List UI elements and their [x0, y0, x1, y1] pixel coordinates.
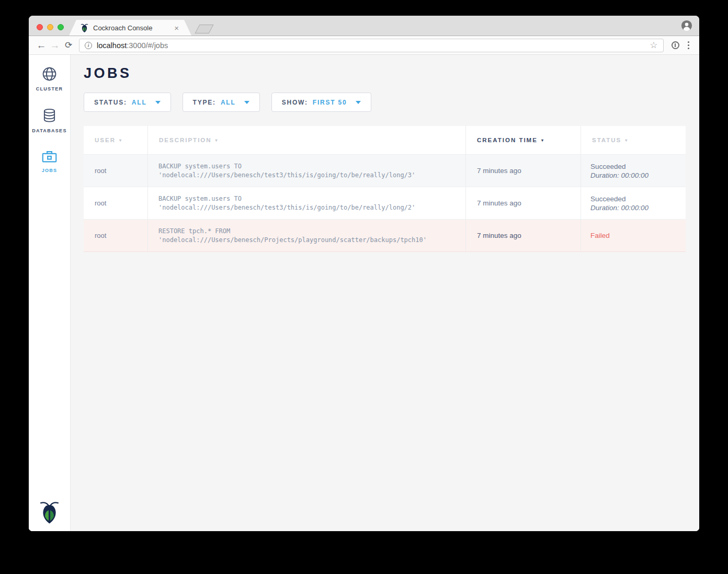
- jobs-table-body: root BACKUP system.users TO 'nodelocal:/…: [84, 155, 686, 252]
- forward-button[interactable]: →: [48, 40, 62, 50]
- browser-window: Cockroach Console × ← → ⟳ i localhost:30…: [29, 16, 699, 531]
- tab-close-icon[interactable]: ×: [174, 24, 179, 32]
- job-description-cell: BACKUP system.users TO 'nodelocal:///Use…: [147, 155, 465, 187]
- browser-menu-icon[interactable]: [684, 39, 694, 52]
- sort-arrow-icon: ▾: [215, 138, 219, 143]
- profile-avatar-icon[interactable]: [681, 20, 692, 31]
- job-user-cell: root: [84, 187, 147, 219]
- job-user-cell: root: [84, 155, 147, 187]
- bookmark-star-icon[interactable]: ☆: [650, 41, 657, 50]
- main-content: JOBS STATUS: ALL TYPE: ALL SHOW: FIRST 5…: [71, 55, 699, 531]
- column-header-description[interactable]: DESCRIPTION▾: [147, 126, 465, 154]
- new-tab-button[interactable]: [195, 25, 213, 33]
- filter-label: TYPE:: [193, 99, 216, 106]
- sidebar-item-databases[interactable]: DATABASES: [32, 108, 66, 133]
- chevron-down-icon: [356, 101, 361, 104]
- job-status-cell: Succeeded Duration: 00:00:00: [581, 187, 686, 219]
- jobs-table: USER▾ DESCRIPTION▾ CREATION TIME▾ STATUS…: [84, 126, 686, 252]
- chevron-down-icon: [155, 101, 161, 104]
- status-filter-dropdown[interactable]: STATUS: ALL: [84, 93, 171, 112]
- chevron-down-icon: [244, 101, 249, 104]
- job-status-cell: Succeeded Duration: 00:00:00: [581, 155, 686, 187]
- cockroach-favicon-icon: [81, 23, 88, 32]
- column-header-user[interactable]: USER▾: [84, 126, 147, 154]
- globe-icon: [41, 66, 58, 82]
- tab-title: Cockroach Console: [93, 24, 169, 32]
- sidebar-item-label: JOBS: [42, 168, 58, 173]
- tab-strip: Cockroach Console ×: [29, 16, 699, 36]
- browser-tab[interactable]: Cockroach Console ×: [69, 20, 191, 36]
- sidebar-item-label: DATABASES: [32, 128, 66, 133]
- sidebar-item-cluster[interactable]: CLUSTER: [36, 66, 63, 91]
- filter-value: ALL: [132, 99, 147, 106]
- extension-icon[interactable]: [672, 41, 679, 49]
- job-description-cell: BACKUP system.users TO 'nodelocal:///Use…: [147, 187, 465, 219]
- job-creation-time-cell: 7 minutes ago: [465, 220, 581, 251]
- table-row[interactable]: root BACKUP system.users TO 'nodelocal:/…: [84, 155, 686, 187]
- desktop-background: { "browser": { "tab_title": "Cockroach C…: [0, 0, 728, 574]
- page-title: JOBS: [84, 66, 686, 81]
- status-badge: Succeeded: [590, 163, 626, 170]
- sidebar: CLUSTER DATABASES JOBS: [29, 55, 71, 531]
- job-status-cell: Failed: [581, 220, 686, 251]
- table-header-row: USER▾ DESCRIPTION▾ CREATION TIME▾ STATUS…: [84, 126, 686, 155]
- show-filter-dropdown[interactable]: SHOW: FIRST 50: [271, 93, 371, 112]
- type-filter-dropdown[interactable]: TYPE: ALL: [183, 93, 260, 112]
- zoom-window-button[interactable]: [58, 24, 64, 30]
- browser-toolbar: ← → ⟳ i localhost:3000/#/jobs ☆: [29, 36, 699, 55]
- job-duration: Duration: 00:00:00: [590, 171, 649, 179]
- database-icon: [42, 108, 57, 124]
- sidebar-item-jobs[interactable]: JOBS: [41, 150, 58, 173]
- filter-label: STATUS:: [94, 99, 127, 106]
- back-button[interactable]: ←: [35, 40, 48, 50]
- minimize-window-button[interactable]: [47, 24, 53, 30]
- filter-bar: STATUS: ALL TYPE: ALL SHOW: FIRST 50: [84, 93, 686, 112]
- filter-value: FIRST 50: [313, 99, 347, 106]
- column-header-status[interactable]: STATUS▾: [581, 126, 686, 154]
- sort-arrow-icon: ▾: [119, 138, 122, 143]
- table-row[interactable]: root RESTORE tpch.* FROM 'nodelocal:///U…: [84, 220, 686, 252]
- job-duration: Duration: 00:00:00: [590, 204, 649, 212]
- status-badge: Failed: [590, 232, 610, 239]
- close-window-button[interactable]: [37, 24, 43, 30]
- job-creation-time-cell: 7 minutes ago: [465, 155, 581, 187]
- column-header-creation-time[interactable]: CREATION TIME▾: [465, 126, 581, 154]
- filter-value: ALL: [221, 99, 236, 106]
- briefcase-icon: [41, 150, 58, 164]
- address-bar[interactable]: i localhost:3000/#/jobs ☆: [79, 39, 664, 52]
- admin-console: CLUSTER DATABASES JOBS: [29, 55, 699, 531]
- filter-label: SHOW:: [282, 99, 308, 106]
- job-user-cell: root: [84, 220, 147, 251]
- table-row[interactable]: root BACKUP system.users TO 'nodelocal:/…: [84, 187, 686, 220]
- job-creation-time-cell: 7 minutes ago: [465, 187, 581, 219]
- sort-arrow-icon: ▾: [541, 138, 544, 143]
- sidebar-item-label: CLUSTER: [36, 86, 63, 91]
- url-text: localhost:3000/#/jobs: [97, 41, 168, 50]
- cockroach-logo-icon: [39, 499, 60, 524]
- window-controls: [37, 24, 64, 30]
- reload-button[interactable]: ⟳: [62, 41, 75, 50]
- sort-arrow-icon: ▾: [625, 138, 628, 143]
- job-description-cell: RESTORE tpch.* FROM 'nodelocal:///Users/…: [147, 220, 465, 251]
- page-info-icon[interactable]: i: [85, 42, 92, 49]
- status-badge: Succeeded: [590, 195, 626, 203]
